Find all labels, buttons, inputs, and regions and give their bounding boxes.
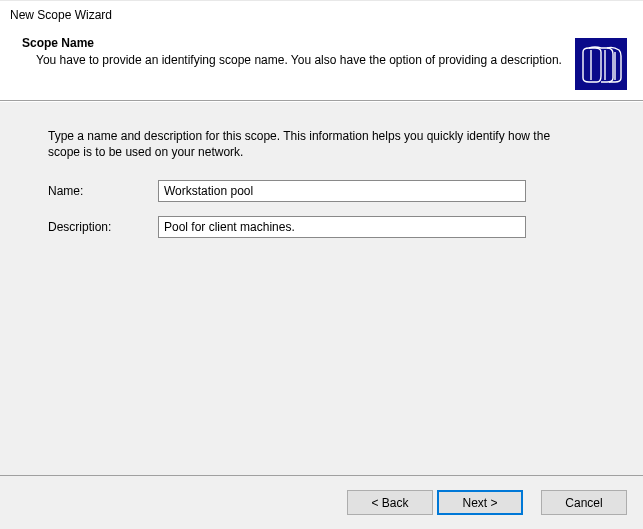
wizard-footer: < Back Next > Cancel: [0, 475, 643, 529]
description-label: Description:: [48, 220, 158, 234]
next-button[interactable]: Next >: [437, 490, 523, 515]
header-text-block: Scope Name You have to provide an identi…: [22, 36, 575, 68]
page-subtitle: You have to provide an identifying scope…: [22, 52, 563, 68]
name-field-row: Name:: [48, 180, 595, 202]
page-title: Scope Name: [22, 36, 563, 50]
name-input[interactable]: [158, 180, 526, 202]
back-button[interactable]: < Back: [347, 490, 433, 515]
wizard-header: Scope Name You have to provide an identi…: [0, 28, 643, 101]
name-label: Name:: [48, 184, 158, 198]
window-title: New Scope Wizard: [0, 1, 643, 28]
description-input[interactable]: [158, 216, 526, 238]
nav-button-group: < Back Next >: [347, 490, 523, 515]
wizard-window: New Scope Wizard Scope Name You have to …: [0, 0, 643, 529]
instruction-text: Type a name and description for this sco…: [48, 128, 578, 160]
scope-icon: [575, 38, 627, 90]
description-field-row: Description:: [48, 216, 595, 238]
wizard-content: Type a name and description for this sco…: [0, 101, 643, 475]
cancel-button[interactable]: Cancel: [541, 490, 627, 515]
